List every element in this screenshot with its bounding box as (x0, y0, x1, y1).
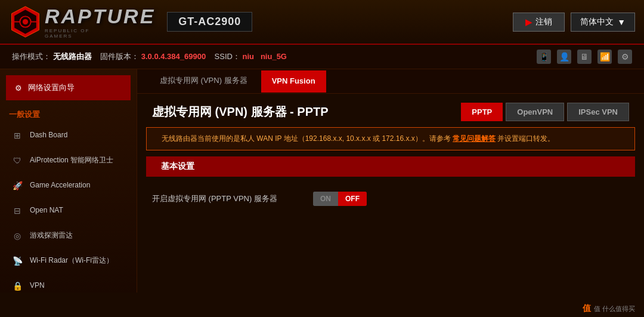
logout-arrow-icon: ▶ (525, 17, 532, 27)
logo-group: RAPTURE REPUBLIC OFGAMERS (9, 5, 155, 39)
language-button[interactable]: 简体中文 ▼ (571, 13, 635, 32)
section-basic-header: 基本设置 (146, 156, 635, 177)
section-basic-content: 开启虚拟专用网 (PPTP VPN) 服务器 ON OFF (137, 183, 644, 215)
toggle-off-label: OFF (338, 192, 367, 206)
logout-button[interactable]: ▶ 注销 (513, 13, 565, 32)
page-title: 虚拟专用网 (VPN) 服务器 - PPTP (152, 104, 329, 120)
network-icon[interactable]: 🖥 (577, 50, 592, 64)
firmware-label: 固件版本： (100, 52, 139, 61)
tab-vpn-server[interactable]: 虚拟专用网 (VPN) 服务器 (149, 69, 258, 93)
settings-icon[interactable]: ⚙ (618, 50, 632, 64)
vpn-icon: 🔒 (11, 279, 24, 293)
open-nat-label: Open NAT (30, 206, 128, 216)
sidebar-setup-wizard[interactable]: ⚙ 网络设置向导 (6, 75, 131, 100)
sidebar-section-title: 一般设置 (0, 103, 137, 123)
svg-point-3 (23, 19, 28, 24)
lang-label: 简体中文 (580, 17, 614, 27)
warning-text: 无线路由器当前使用的是私人 WAN IP 地址（192.168.x.x, 10.… (162, 134, 451, 143)
model-badge: GT-AC2900 (167, 12, 252, 32)
watermark-text: 值 什么值得买 (594, 304, 635, 313)
rog-logo-icon (9, 5, 42, 38)
sidebar-item-vpn[interactable]: 🔒 VPN (0, 273, 137, 298)
sidebar-item-game-acceleration[interactable]: 🚀 Game Acceleration (0, 173, 137, 198)
tab-ipsec[interactable]: IPSec VPN (567, 103, 629, 121)
dashboard-icon: ⊞ (11, 129, 24, 142)
ssid-label: SSID： (215, 52, 240, 61)
vpn-label: VPN (30, 281, 128, 291)
setup-icon: ⚙ (15, 84, 22, 93)
mode-value: 无线路由器 (53, 52, 92, 61)
sidebar-item-game-radar[interactable]: ◎ 游戏探测雷达 (0, 223, 137, 248)
footer-watermark: 值 值 什么值得买 (583, 303, 635, 314)
sidebar-item-open-nat[interactable]: ⊟ Open NAT (0, 198, 137, 223)
ssid-5g-link[interactable]: niu_5G (261, 52, 287, 61)
enable-vpn-row: 开启虚拟专用网 (PPTP VPN) 服务器 ON OFF (152, 186, 629, 212)
chevron-down-icon: ▼ (617, 17, 626, 27)
logo-text: RAPTURE (45, 5, 155, 28)
user-icon[interactable]: 👤 (557, 50, 571, 64)
tab-openvpn[interactable]: OpenVPN (506, 103, 564, 121)
wifi-icon[interactable]: 📶 (597, 50, 612, 64)
vpn-toggle[interactable]: ON OFF (313, 192, 367, 206)
vpn-type-tabs: PPTP OpenVPN IPSec VPN (461, 103, 629, 121)
aiprotection-icon: 🛡 (11, 154, 24, 167)
enable-vpn-label: 开启虚拟专用网 (PPTP VPN) 服务器 (152, 193, 301, 204)
wifi-radar-label: Wi-Fi Radar（Wi-Fi雷达） (30, 256, 128, 266)
status-info: 操作模式： 无线路由器 固件版本： 3.0.0.4.384_69900 SSID… (12, 51, 287, 62)
wifi-radar-icon: 📡 (11, 254, 24, 267)
status-icons: 📱 👤 🖥 📶 ⚙ (537, 50, 632, 64)
firmware-link[interactable]: 3.0.0.4.384_69900 (141, 52, 206, 61)
game-radar-label: 游戏探测雷达 (30, 231, 128, 241)
vpn-nav-tabs: 虚拟专用网 (VPN) 服务器 VPN Fusion (137, 69, 644, 94)
faq-link[interactable]: 常见问题解答 (453, 134, 496, 143)
page-title-bar: 虚拟专用网 (VPN) 服务器 - PPTP PPTP OpenVPN IPSe… (137, 94, 644, 127)
game-acceleration-label: Game Acceleration (30, 181, 128, 190)
ssid-link[interactable]: niu (243, 52, 255, 61)
status-bar: 操作模式： 无线路由器 固件版本： 3.0.0.4.384_69900 SSID… (0, 45, 644, 69)
warning-bar: 无线路由器当前使用的是私人 WAN IP 地址（192.168.x.x, 10.… (146, 127, 635, 150)
sidebar-item-wifi-radar[interactable]: 📡 Wi-Fi Radar（Wi-Fi雷达） (0, 248, 137, 273)
sidebar-item-aiprotection[interactable]: 🛡 AiProtection 智能网络卫士 (0, 148, 137, 173)
brand-name: RAPTURE REPUBLIC OFGAMERS (45, 5, 155, 39)
game-acceleration-icon: 🚀 (11, 179, 24, 192)
mobile-icon[interactable]: 📱 (537, 50, 551, 64)
sidebar: ⚙ 网络设置向导 一般设置 ⊞ Dash Board 🛡 AiProtectio… (0, 69, 137, 293)
main-layout: ⚙ 网络设置向导 一般设置 ⊞ Dash Board 🛡 AiProtectio… (0, 69, 644, 293)
mode-label: 操作模式： (12, 52, 51, 61)
toggle-on-label: ON (313, 192, 338, 206)
warning-suffix: 并设置端口转发。 (497, 134, 555, 143)
open-nat-icon: ⊟ (11, 204, 24, 217)
tab-vpn-fusion[interactable]: VPN Fusion (261, 70, 326, 93)
setup-label: 网络设置向导 (28, 82, 75, 93)
content-area: 虚拟专用网 (VPN) 服务器 VPN Fusion 虚拟专用网 (VPN) 服… (137, 69, 644, 293)
tab-pptp[interactable]: PPTP (461, 103, 503, 121)
aiprotection-label: AiProtection 智能网络卫士 (30, 156, 128, 165)
game-radar-icon: ◎ (11, 229, 24, 242)
sidebar-item-dashboard[interactable]: ⊞ Dash Board (0, 123, 137, 148)
header-right: ▶ 注销 简体中文 ▼ (513, 13, 635, 32)
header: RAPTURE REPUBLIC OFGAMERS GT-AC2900 ▶ 注销… (0, 0, 644, 45)
dashboard-label: Dash Board (30, 131, 128, 140)
logout-label: 注销 (535, 17, 552, 27)
